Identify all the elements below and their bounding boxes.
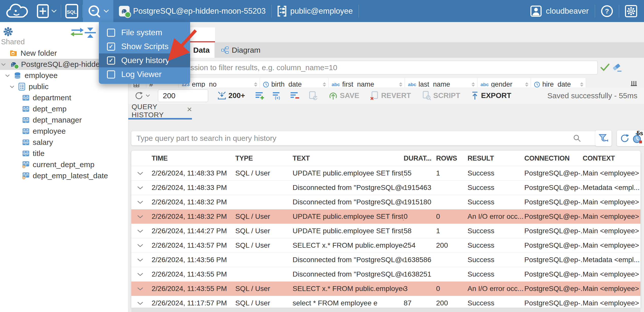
tree-item-table[interactable]: salary bbox=[0, 137, 128, 148]
revert-button[interactable]: REVERT bbox=[370, 91, 411, 100]
tree-item-table[interactable]: dept_manager bbox=[0, 114, 128, 126]
navigator-settings-button[interactable] bbox=[3, 26, 14, 37]
query-history-row[interactable]: 2/26/2024, 11:43:56 PM Disconnected from… bbox=[131, 253, 640, 267]
query-history-row[interactable]: 2/26/2024, 11:48:33 PM SQL / User UPDATE… bbox=[131, 166, 640, 181]
sort-icon[interactable] bbox=[525, 81, 529, 87]
chevron-down-icon[interactable] bbox=[1, 63, 10, 66]
query-history-row[interactable]: 2/26/2024, 11:43:57 PM SQL / User SELECT… bbox=[131, 238, 640, 253]
query-history-row[interactable]: 2/26/2024, 11:17:57 PM SQL / User select… bbox=[131, 296, 640, 308]
horizontal-scrollbar[interactable] bbox=[131, 308, 640, 312]
new-object-button[interactable] bbox=[37, 3, 57, 19]
query-history-tab[interactable]: QUERY HISTORY × bbox=[128, 104, 192, 120]
tree-item-view[interactable]: current_dept_emp bbox=[0, 159, 128, 170]
grid-column-header-gender[interactable]: abc gender bbox=[477, 78, 531, 87]
query-history-row[interactable]: 2/26/2024, 11:43:55 PM Disconnected from… bbox=[131, 267, 640, 282]
data-toolbar: 200+ (+) SAVE REVERT SCRIPT EXPORT Saved… bbox=[128, 87, 644, 104]
delete-row-button[interactable] bbox=[290, 92, 300, 100]
query-history-row[interactable]: 2/26/2024, 11:48:32 PM Disconnected from… bbox=[131, 195, 640, 209]
tab-diagram[interactable]: Diagram bbox=[214, 42, 267, 58]
history-filter-button[interactable] bbox=[595, 130, 612, 146]
export-button[interactable]: EXPORT bbox=[471, 91, 511, 100]
cell-rows: 0 bbox=[436, 285, 468, 293]
filter-expression-input[interactable] bbox=[131, 61, 598, 74]
col-connection[interactable]: CONNECTION bbox=[524, 154, 583, 162]
grid-column-header-birth-date[interactable]: birth_date bbox=[260, 78, 329, 87]
sync-connection-button[interactable] bbox=[70, 27, 84, 37]
checkbox-unchecked[interactable] bbox=[107, 29, 115, 37]
checkbox-checked[interactable]: ✓ bbox=[107, 56, 115, 65]
sort-icon[interactable] bbox=[323, 81, 326, 87]
row-limit-input[interactable] bbox=[158, 89, 208, 102]
col-text[interactable]: TEXT bbox=[293, 154, 404, 162]
chevron-down-icon[interactable] bbox=[10, 85, 18, 88]
cloudbeaver-logo[interactable] bbox=[6, 3, 30, 19]
row-expand-button[interactable] bbox=[131, 302, 152, 305]
sql-editor-button[interactable]: SQL bbox=[65, 4, 79, 19]
collapse-all-button[interactable] bbox=[84, 27, 97, 38]
tree-item-table[interactable]: department bbox=[0, 92, 128, 103]
tools-menu-button[interactable] bbox=[83, 0, 113, 22]
row-expand-button[interactable] bbox=[131, 273, 152, 276]
checkbox-checked[interactable]: ✓ bbox=[107, 43, 115, 51]
grid-column-header-emp-no[interactable]: 123 emp_no bbox=[178, 78, 260, 87]
col-duration[interactable]: DURAT... bbox=[404, 154, 436, 162]
sort-icon[interactable] bbox=[399, 81, 403, 87]
row-expand-button[interactable] bbox=[131, 201, 152, 204]
checkbox-unchecked[interactable] bbox=[107, 70, 115, 79]
schema-selector[interactable]: public@employee bbox=[272, 5, 359, 17]
tree-item-view[interactable]: dept_emp_latest_date bbox=[0, 170, 128, 181]
col-time[interactable]: TIME bbox=[152, 154, 235, 162]
row-expand-button[interactable] bbox=[131, 287, 152, 290]
user-menu[interactable]: cloudbeaver bbox=[524, 5, 595, 17]
grid-column-header-last-name[interactable]: abc last_name bbox=[405, 78, 477, 87]
menu-item-show-scripts[interactable]: ✓ Show Scripts bbox=[99, 40, 190, 53]
cell-context: Main <employee> bbox=[583, 285, 640, 293]
history-refresh-button[interactable] bbox=[620, 133, 630, 143]
chevron-down-icon bbox=[103, 9, 109, 13]
col-rows[interactable]: ROWS bbox=[436, 154, 468, 162]
close-icon[interactable]: × bbox=[187, 107, 192, 112]
row-expand-button[interactable] bbox=[131, 258, 152, 262]
menu-item-log-viewer[interactable]: Log Viewer bbox=[99, 67, 190, 81]
tab-data[interactable]: Data bbox=[188, 42, 214, 58]
clear-filter-button[interactable] bbox=[612, 63, 622, 72]
refresh-button[interactable] bbox=[134, 91, 150, 101]
row-expand-button[interactable] bbox=[131, 244, 152, 247]
row-expand-button[interactable] bbox=[131, 215, 152, 218]
menu-item-query-history[interactable]: ✓ Query history bbox=[99, 53, 190, 67]
sort-icon[interactable] bbox=[254, 81, 258, 87]
col-type[interactable]: TYPE bbox=[235, 154, 293, 162]
columns-panel-button[interactable] bbox=[630, 80, 637, 86]
save-button[interactable]: SAVE bbox=[329, 91, 359, 100]
grid-column-header-first-name[interactable]: abc first_name bbox=[329, 78, 405, 87]
sort-icon[interactable] bbox=[471, 81, 475, 87]
fetch-more-button[interactable]: 200+ bbox=[217, 91, 245, 100]
query-history-row[interactable]: 2/26/2024, 11:44:27 PM SQL / User UPDATE… bbox=[131, 224, 640, 238]
chevron-down-icon[interactable] bbox=[5, 74, 14, 77]
add-row-button[interactable] bbox=[255, 92, 265, 100]
row-expand-button[interactable] bbox=[131, 172, 152, 175]
menu-item-file-system[interactable]: File system bbox=[99, 26, 190, 40]
duplicate-row-button[interactable]: (+) bbox=[272, 92, 282, 100]
settings-button[interactable] bbox=[619, 5, 644, 17]
col-result[interactable]: RESULT bbox=[468, 154, 524, 162]
active-connection[interactable]: PostgreSQL@ep-hidden-moon-55203 bbox=[113, 6, 271, 16]
help-button[interactable]: ? bbox=[595, 5, 619, 17]
grid-column-header-hire-date[interactable]: hire_date bbox=[531, 78, 586, 87]
query-history-row-error[interactable]: 2/26/2024, 11:43:55 PM SQL / User SELECT… bbox=[131, 282, 640, 296]
query-history-row[interactable]: 2/26/2024, 11:48:33 PM Disconnected from… bbox=[131, 181, 640, 195]
script-button[interactable]: SCRIPT bbox=[422, 91, 460, 101]
row-expand-button[interactable] bbox=[131, 229, 152, 233]
query-history-row-error[interactable]: 2/26/2024, 11:48:32 PM SQL / User UPDATE… bbox=[131, 209, 640, 224]
auto-refresh-button[interactable] bbox=[308, 91, 318, 100]
query-history-search-input[interactable] bbox=[131, 131, 607, 145]
tree-item-table[interactable]: dept_emp bbox=[0, 103, 128, 114]
active-editor-tab[interactable] bbox=[189, 27, 215, 43]
apply-filter-button[interactable] bbox=[600, 63, 610, 71]
tree-item-table[interactable]: title bbox=[0, 148, 128, 159]
row-expand-button[interactable] bbox=[131, 186, 152, 189]
auto-refresh-timer-button[interactable]: 5s bbox=[632, 133, 643, 144]
sort-icon[interactable] bbox=[580, 81, 584, 87]
col-context[interactable]: CONTEXT bbox=[583, 154, 640, 162]
tree-item-table[interactable]: employee bbox=[0, 126, 128, 137]
